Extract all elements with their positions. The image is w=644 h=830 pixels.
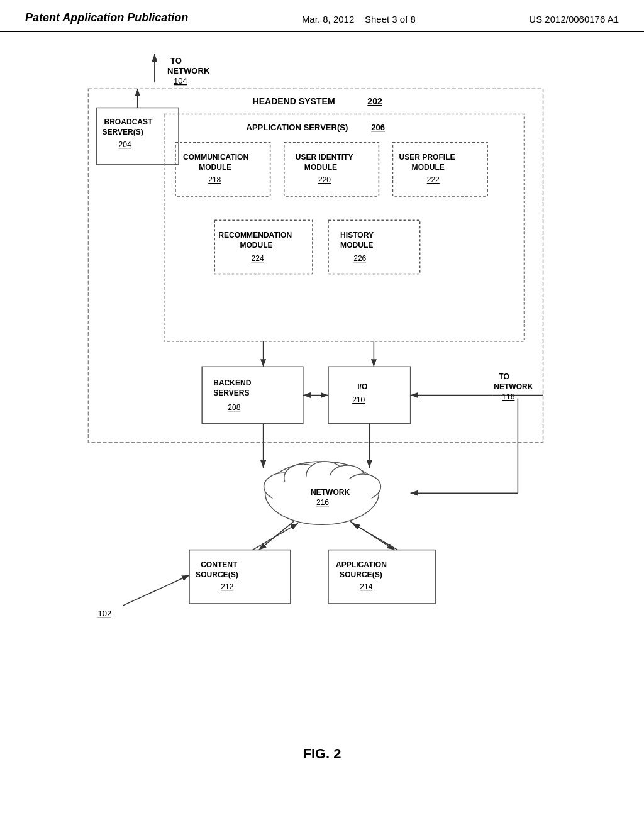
recommendation-label2: MODULE bbox=[240, 241, 272, 250]
comm-module-num: 218 bbox=[208, 175, 221, 184]
patent-number: US 2012/0060176 A1 bbox=[529, 11, 619, 25]
page-header: Patent Application Publication Mar. 8, 2… bbox=[0, 0, 644, 32]
io-box bbox=[328, 367, 411, 423]
network-label: NETWORK bbox=[311, 488, 350, 497]
app-server-box bbox=[164, 114, 525, 341]
content-source-num: 212 bbox=[221, 582, 233, 591]
comm-module-label1: COMMUNICATION bbox=[183, 153, 248, 162]
recommendation-label1: RECOMMENDATION bbox=[218, 231, 292, 240]
header-center: Mar. 8, 2012 Sheet 3 of 8 bbox=[302, 11, 416, 25]
to-network-top-label: TO bbox=[170, 56, 182, 65]
publication-title: Patent Application Publication bbox=[25, 11, 188, 25]
backend-label1: BACKEND bbox=[213, 379, 252, 387]
broadcast-server-label2: SERVER(S) bbox=[102, 128, 143, 136]
comm-module-label2: MODULE bbox=[199, 163, 231, 172]
to-network-right-label2: NETWORK bbox=[494, 382, 533, 391]
app-server-label: APPLICATION SERVER(S) bbox=[246, 123, 348, 132]
user-profile-label2: MODULE bbox=[412, 163, 445, 172]
backend-label2: SERVERS bbox=[213, 389, 249, 397]
user-identity-num: 220 bbox=[318, 175, 331, 184]
to-network-top-label2: NETWORK bbox=[167, 66, 210, 75]
broadcast-server-num: 204 bbox=[119, 140, 131, 149]
headend-system-label: HEADEND SYSTEM bbox=[253, 96, 335, 106]
app-source-label1: APPLICATION bbox=[336, 560, 387, 569]
network-num: 216 bbox=[316, 498, 329, 507]
publication-date: Mar. 8, 2012 bbox=[302, 14, 354, 25]
patent-diagram: TO NETWORK 104 HEADEND SYSTEM 202 BROADC… bbox=[38, 45, 606, 739]
broadcast-server-label1: BROADCAST bbox=[104, 118, 153, 126]
user-profile-num: 222 bbox=[427, 175, 440, 184]
app-server-num: 206 bbox=[371, 123, 385, 132]
io-num: 210 bbox=[352, 396, 365, 404]
content-source-label1: CONTENT bbox=[201, 560, 238, 569]
svg-line-24 bbox=[123, 575, 189, 606]
svg-line-22 bbox=[253, 523, 298, 550]
figure-label: FIG. 2 bbox=[38, 746, 606, 762]
headend-system-box bbox=[88, 89, 543, 442]
sheet-info: Sheet 3 of 8 bbox=[365, 14, 416, 25]
svg-line-23 bbox=[352, 523, 397, 550]
content-source-label2: SOURCE(S) bbox=[196, 570, 238, 579]
headend-system-num: 202 bbox=[367, 96, 382, 106]
history-label1: HISTORY bbox=[340, 231, 374, 240]
history-label2: MODULE bbox=[340, 241, 373, 250]
user-identity-label1: USER IDENTITY bbox=[296, 153, 353, 162]
to-network-right-num: 116 bbox=[502, 392, 514, 401]
diagram-area: TO NETWORK 104 HEADEND SYSTEM 202 BROADC… bbox=[0, 32, 644, 787]
app-source-num: 214 bbox=[360, 582, 372, 591]
io-label: I/O bbox=[357, 382, 367, 391]
to-network-right-label1: TO bbox=[499, 372, 509, 381]
label-102: 102 bbox=[97, 609, 111, 618]
to-network-top-num: 104 bbox=[174, 76, 187, 86]
user-identity-label2: MODULE bbox=[304, 163, 337, 172]
app-source-label2: SOURCE(S) bbox=[340, 570, 382, 579]
backend-num: 208 bbox=[228, 403, 240, 412]
user-profile-label1: USER PROFILE bbox=[399, 153, 455, 162]
recommendation-num: 224 bbox=[252, 254, 264, 263]
history-num: 226 bbox=[353, 254, 366, 263]
